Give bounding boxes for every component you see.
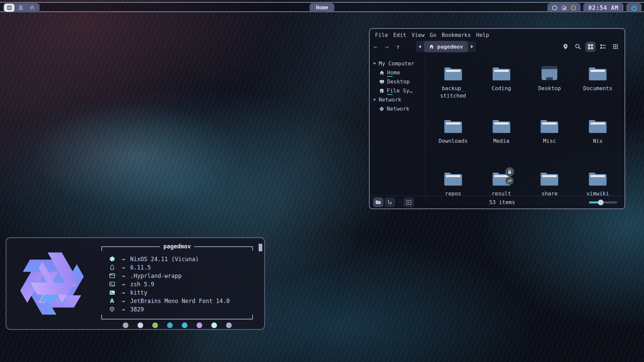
thumbnail-view-button[interactable] (610, 42, 621, 52)
back-button[interactable]: ← (374, 43, 377, 50)
folder-name: backup_ stitched (440, 85, 466, 99)
fetch-row-font: A → JetBrains Mono Nerd Font 14.0 (101, 297, 253, 305)
power-button[interactable] (626, 3, 642, 12)
up-button[interactable]: ↑ (396, 43, 400, 50)
desktop-display-icon (540, 65, 559, 82)
fetch-value: 3829 (130, 306, 144, 313)
toolbar: ← → ↑ pagedmov (370, 40, 625, 55)
folder-item[interactable]: Documents (574, 65, 622, 118)
folder-name: Misc (543, 137, 556, 145)
forward-button[interactable]: → (385, 43, 388, 50)
terminal-icon (108, 290, 116, 295)
fetch-value: kitty (130, 289, 147, 296)
list-view-icon (600, 44, 606, 49)
palette-dot (152, 322, 158, 328)
fetch-row-packages: → 3829 (101, 305, 253, 313)
workspace-button-5[interactable] (15, 4, 26, 12)
window-manager-icon (108, 273, 116, 278)
workspace-button-6[interactable] (27, 4, 37, 12)
clock[interactable]: 02:54 AM (583, 3, 624, 12)
show-tree-button[interactable] (385, 197, 395, 207)
folder-item[interactable]: Media (477, 118, 526, 170)
folder-item[interactable]: Nix (574, 118, 622, 170)
menu-item[interactable]: Go (430, 32, 436, 38)
sidebar-item-desktop[interactable]: Desktop (373, 77, 424, 86)
folder-name: Media (493, 137, 509, 145)
fetch-frame-bottom (101, 315, 253, 319)
folder-icon (443, 170, 463, 187)
fetch-frame-top: pagedmov (101, 243, 253, 251)
folder-item[interactable]: Misc (526, 118, 574, 170)
items-count: 53 items (415, 199, 589, 205)
menu-item[interactable]: Help (476, 32, 489, 38)
sidebar-item-network[interactable]: Network (373, 104, 424, 113)
kernel-penguin-icon (108, 264, 116, 270)
folder-item[interactable]: backup_ stitched (429, 65, 477, 118)
palette-dot (211, 322, 217, 328)
sidebar-item-filesystem[interactable]: File Sy… (373, 86, 424, 95)
sidebar-section-label: Network (379, 97, 401, 103)
icon-view-button[interactable] (585, 42, 596, 52)
arrow-icon: → (116, 289, 130, 296)
folder-item[interactable]: Desktop (526, 65, 574, 118)
nixos-logo (13, 245, 91, 322)
packages-icon (108, 306, 116, 312)
folder-name: Documents (583, 85, 612, 92)
menu-item[interactable]: Bookmarks (442, 32, 471, 38)
location-pin-icon (563, 44, 568, 50)
sidepane-toggle-icon (406, 200, 412, 205)
location-button[interactable] (560, 41, 571, 52)
folder-grid: backup_ stitched (426, 55, 625, 196)
sidebar-item-label: Network (387, 106, 409, 112)
compact-view-button[interactable] (598, 42, 608, 52)
breadcrumb-left-chevron-icon[interactable] (416, 41, 424, 52)
folder-name: Nix (593, 137, 603, 145)
folder-pane-icon (375, 200, 381, 205)
fetch-value: zsh 5.9 (130, 281, 154, 288)
folder-item[interactable]: Coding (477, 65, 526, 118)
folder-item[interactable]: Downloads (429, 118, 477, 170)
statusbar-separator (400, 199, 400, 206)
expander-triangle-icon (373, 99, 376, 101)
palette-dot (226, 322, 232, 328)
sidebar-section-network[interactable]: Network (373, 95, 424, 104)
fetch-value: .Hyprland-wrapp (130, 273, 182, 279)
globe-icon (379, 107, 384, 111)
desktop: Home 02:54 AM (0, 0, 644, 362)
sidebar-item-home[interactable]: Home (373, 68, 424, 77)
workspace-button-4[interactable] (4, 4, 14, 12)
system-tray (547, 3, 581, 12)
lock-emblem-icon (505, 167, 514, 176)
fetch-row-shell: → zsh 5.9 (101, 280, 253, 288)
cjk-five-glyph-icon (18, 5, 24, 11)
folder-icon (540, 170, 559, 187)
folder-icon (588, 118, 607, 134)
folder-icon (588, 170, 607, 187)
sidebar-item-label: File Sy… (387, 87, 413, 94)
zoom-slider-knob[interactable] (598, 199, 604, 205)
menu-item[interactable]: View (412, 32, 425, 38)
menu-item[interactable]: File (375, 32, 388, 38)
sidebar-section-my-computer[interactable]: My Computer (373, 59, 424, 68)
menubar: FileEditViewGoBookmarksHelp (370, 29, 625, 40)
palette-dot (138, 322, 143, 328)
disk-icon (379, 88, 384, 93)
zoom-slider[interactable] (589, 201, 617, 203)
toggle-sidepane-button[interactable] (404, 197, 414, 207)
tray-half-disc-icon[interactable] (561, 5, 567, 11)
arrow-icon: → (116, 281, 130, 288)
terminal-color-palette (101, 322, 253, 328)
menu-item[interactable]: Edit (393, 32, 407, 38)
font-icon: A (108, 298, 116, 304)
grid-view-icon (588, 44, 593, 50)
breadcrumb-path-tab[interactable]: pagedmov (424, 41, 468, 52)
tray-cyan-ring-icon[interactable] (552, 5, 557, 11)
sidebar-item-label: Home (387, 69, 400, 76)
breadcrumb: pagedmov (416, 41, 476, 52)
cjk-four-glyph-icon (6, 5, 12, 11)
home-icon (429, 44, 434, 49)
breadcrumb-right-chevron-icon[interactable] (468, 41, 476, 52)
tray-green-ring-icon[interactable] (571, 5, 576, 11)
show-places-button[interactable] (373, 197, 383, 207)
search-button[interactable] (573, 41, 583, 52)
